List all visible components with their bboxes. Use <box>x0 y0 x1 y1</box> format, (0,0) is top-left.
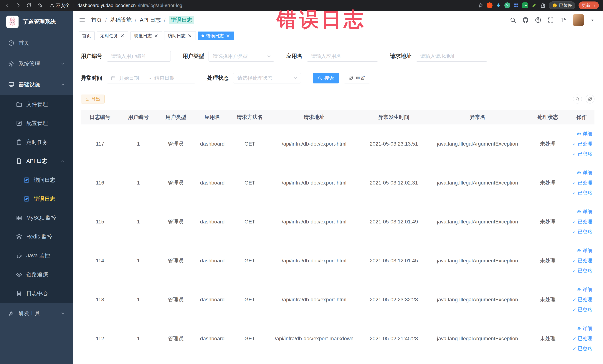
profile-paused-badge[interactable]: 已暂停 <box>549 1 575 9</box>
sidebar-item-12[interactable]: 链路追踪 <box>0 265 73 284</box>
reload-icon[interactable] <box>26 3 32 8</box>
breadcrumb-home[interactable]: 首页 <box>91 16 102 24</box>
extension-icon-grid[interactable] <box>513 3 519 8</box>
ignored-link[interactable]: 已忽略 <box>572 227 592 237</box>
sidebar-item-10[interactable]: Redis 监控 <box>0 227 73 246</box>
profile-emoji-icon <box>552 3 557 8</box>
close-icon[interactable] <box>187 33 192 38</box>
export-button[interactable]: 导出 <box>81 94 104 104</box>
font-size-icon[interactable] <box>560 17 567 23</box>
sidebar-item-3[interactable]: 文件管理 <box>0 95 73 114</box>
cell-user-id: 1 <box>119 202 158 241</box>
tab-3[interactable]: 访问日志 <box>164 32 196 40</box>
ignored-link[interactable]: 已忽略 <box>572 266 592 276</box>
detail-link[interactable]: 详细 <box>577 207 592 217</box>
tab-label: 错误日志 <box>206 33 224 39</box>
processed-link[interactable]: 已处理 <box>572 139 592 149</box>
ignored-link[interactable]: 已忽略 <box>572 344 592 353</box>
sidebar-item-0[interactable]: 首页 <box>0 33 73 53</box>
detail-link[interactable]: 详细 <box>577 285 592 294</box>
kebab-menu-icon[interactable] <box>593 3 597 8</box>
sidebar-item-14[interactable]: 研发工具 <box>0 303 73 324</box>
sidebar-item-5[interactable]: 定时任务 <box>0 133 73 152</box>
ignored-link[interactable]: 已忽略 <box>572 149 592 159</box>
processed-link[interactable]: 已处理 <box>572 256 592 266</box>
extension-icon-vue[interactable]: V <box>504 2 510 8</box>
search-icon[interactable] <box>510 17 516 23</box>
processed-link[interactable]: 已处理 <box>572 334 592 343</box>
cell-app-name: dashboard <box>194 163 231 202</box>
github-icon[interactable] <box>522 17 529 23</box>
navbar: 首页 / 基础设施 / API 日志 / 错误日志 <box>73 11 603 29</box>
detail-link[interactable]: 详细 <box>577 168 592 178</box>
forward-icon[interactable] <box>16 3 21 8</box>
sidebar-item-7[interactable]: 访问日志 <box>0 171 73 189</box>
ignored-link[interactable]: 已忽略 <box>572 188 592 198</box>
address-bar[interactable]: 不安全 dashboard.yudao.iocoder.cn /infra/lo… <box>50 2 478 9</box>
sidebar-item-1[interactable]: 系统管理 <box>0 53 73 74</box>
user-type-select[interactable] <box>209 51 274 61</box>
search-button[interactable]: 搜索 <box>313 73 339 83</box>
tab-2[interactable]: 调度日志 <box>130 32 162 40</box>
processed-link[interactable]: 已处理 <box>572 217 592 227</box>
bookmark-star-icon[interactable] <box>478 3 483 8</box>
ignored-link[interactable]: 已忽略 <box>572 305 592 315</box>
sidebar-item-9[interactable]: MySQL 监控 <box>0 208 73 227</box>
coffee-icon <box>16 253 22 259</box>
gauge-icon <box>8 40 14 46</box>
processed-link[interactable]: 已处理 <box>572 295 592 305</box>
start-date-input[interactable] <box>119 75 146 81</box>
sidebar-item-4[interactable]: 配置管理 <box>0 114 73 133</box>
fullscreen-icon[interactable] <box>547 17 554 23</box>
logo[interactable]: 芋道管理系统 <box>0 11 73 33</box>
app-name-input[interactable] <box>307 51 378 61</box>
toggle-search-button[interactable] <box>573 94 582 104</box>
hamburger-icon[interactable] <box>79 16 86 23</box>
update-label: 更新 <box>582 3 590 8</box>
sidebar-item-13[interactable]: 日志中心 <box>0 284 73 303</box>
check-icon <box>572 191 576 195</box>
detail-link[interactable]: 详细 <box>577 246 592 256</box>
edit-square-icon <box>23 177 30 183</box>
detail-link[interactable]: 详细 <box>577 129 592 139</box>
close-icon[interactable] <box>226 33 231 38</box>
sidebar-item-2[interactable]: 基础设施 <box>0 74 73 95</box>
extension-icon-leaf[interactable] <box>531 3 537 8</box>
help-icon[interactable] <box>535 17 542 23</box>
extension-icon-drop[interactable] <box>496 3 501 8</box>
close-icon[interactable] <box>154 33 159 38</box>
caret-down-icon[interactable] <box>590 18 595 23</box>
extension-icon-orange[interactable] <box>487 2 493 8</box>
close-icon[interactable] <box>120 33 125 38</box>
sidebar-item-8[interactable]: 错误日志 <box>0 189 73 208</box>
sidebar-item-11[interactable]: Java 监控 <box>0 246 73 265</box>
column-header-log-id: 日志编号 <box>81 110 119 124</box>
end-date-input[interactable] <box>154 75 182 81</box>
breadcrumb-current: 错误日志 <box>169 16 194 24</box>
request-url-input[interactable] <box>416 51 487 61</box>
reset-button[interactable]: 重置 <box>344 73 370 83</box>
tab-label: 访问日志 <box>168 33 186 39</box>
extension-icon-pin[interactable] <box>540 3 545 8</box>
avatar[interactable] <box>573 14 584 26</box>
refresh-table-button[interactable] <box>586 94 594 104</box>
error-log-table: 日志编号 用户编号 用户类型 应用名 请求方法名 请求地址 异常发生时间 异常名… <box>81 110 594 358</box>
process-status-select[interactable] <box>233 73 301 83</box>
date-range-picker[interactable]: - <box>107 73 195 83</box>
sidebar: 芋道管理系统 首页系统管理基础设施文件管理配置管理定时任务API 日志访问日志错… <box>0 11 73 364</box>
detail-link[interactable]: 详细 <box>577 324 592 333</box>
sidebar-item-label: MySQL 监控 <box>26 214 56 222</box>
user-id-input[interactable] <box>107 51 171 61</box>
active-tab-dot <box>201 35 204 37</box>
column-header-time: 异常发生时间 <box>359 110 428 124</box>
tab-0[interactable]: 首页 <box>79 32 94 40</box>
cell-method: GET <box>231 280 269 319</box>
processed-link[interactable]: 已处理 <box>572 178 592 188</box>
sidebar-item-6[interactable]: API 日志 <box>0 152 73 171</box>
home-icon[interactable] <box>37 3 42 8</box>
update-button[interactable]: 更新 <box>579 1 599 9</box>
extension-icon-on[interactable]: on <box>522 2 528 8</box>
tab-4[interactable]: 错误日志 <box>198 32 234 40</box>
tab-1[interactable]: 定时任务 <box>97 32 128 40</box>
back-icon[interactable] <box>5 3 10 8</box>
